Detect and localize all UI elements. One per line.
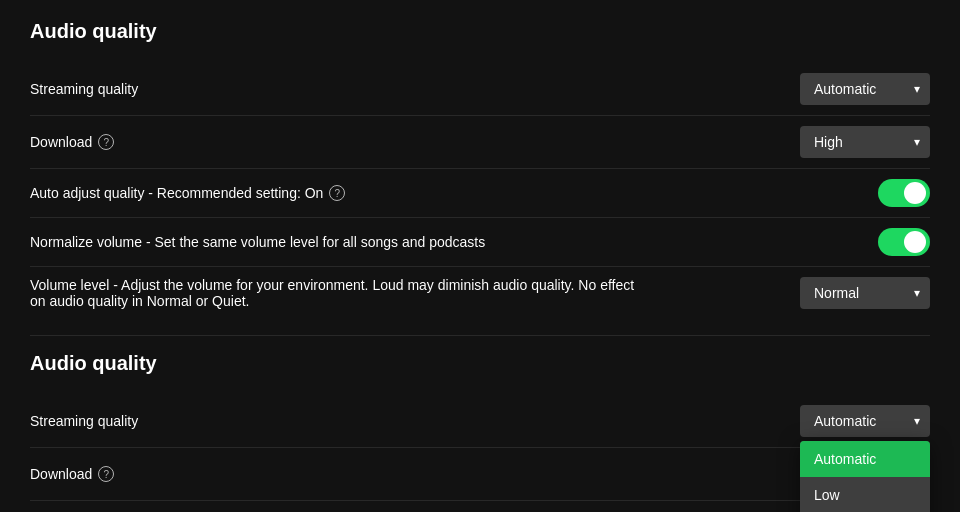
download-select-1[interactable]: Automatic Low Normal High Very high	[800, 126, 930, 158]
audio-quality-section-2: Audio quality Streaming quality Automati…	[30, 352, 930, 512]
download-row-2: Download ? Automatic Low Normal High Ver…	[30, 448, 930, 501]
normalize-slider-1	[878, 228, 930, 256]
section-2-title: Audio quality	[30, 352, 930, 375]
volume-level-row-1: Volume level - Adjust the volume for you…	[30, 267, 930, 319]
section-1-title: Audio quality	[30, 20, 930, 43]
streaming-quality-row-1: Streaming quality Automatic Low Normal H…	[30, 63, 930, 116]
streaming-quality-select-1[interactable]: Automatic Low Normal High Very high	[800, 73, 930, 105]
section-divider	[30, 335, 930, 336]
auto-adjust-toggle-1[interactable]	[878, 179, 930, 207]
settings-container: Audio quality Streaming quality Automati…	[0, 0, 960, 512]
dropdown-item-automatic[interactable]: Automatic	[800, 441, 930, 477]
auto-adjust-help-icon-1[interactable]: ?	[329, 185, 345, 201]
streaming-quality-label-1: Streaming quality	[30, 81, 138, 97]
normalize-toggle-1[interactable]	[878, 228, 930, 256]
streaming-quality-select-wrapper-2: Automatic Low Normal High Very high ▾	[800, 405, 930, 437]
streaming-quality-select-wrapper-1: Automatic Low Normal High Very high ▾	[800, 73, 930, 105]
streaming-quality-label-2: Streaming quality	[30, 413, 138, 429]
streaming-quality-select-container-2: Automatic Low Normal High Very high ▾ Au…	[800, 405, 930, 437]
volume-level-label-1: Volume level - Adjust the volume for you…	[30, 277, 650, 309]
dropdown-item-low[interactable]: Low	[800, 477, 930, 512]
streaming-quality-row-2: Streaming quality Automatic Low Normal H…	[30, 395, 930, 448]
volume-level-select-1[interactable]: Quiet Normal Loud	[800, 277, 930, 309]
volume-level-select-wrapper-1: Quiet Normal Loud ▾	[800, 277, 930, 309]
download-help-icon-2[interactable]: ?	[98, 466, 114, 482]
streaming-quality-dropdown-popup: Automatic Low Normal High Very high	[800, 441, 930, 512]
download-label-2: Download ?	[30, 466, 114, 482]
auto-adjust-slider-1	[878, 179, 930, 207]
auto-adjust-label-1: Auto adjust quality - Recommended settin…	[30, 185, 345, 201]
audio-quality-section-1: Audio quality Streaming quality Automati…	[30, 20, 930, 319]
auto-adjust-row-2: Auto adjust quality - Recommended settin…	[30, 501, 930, 512]
download-label-1: Download ?	[30, 134, 114, 150]
download-row-1: Download ? Automatic Low Normal High Ver…	[30, 116, 930, 169]
normalize-row-1: Normalize volume - Set the same volume l…	[30, 218, 930, 267]
normalize-label-1: Normalize volume - Set the same volume l…	[30, 234, 485, 250]
download-help-icon-1[interactable]: ?	[98, 134, 114, 150]
auto-adjust-row-1: Auto adjust quality - Recommended settin…	[30, 169, 930, 218]
download-select-wrapper-1: Automatic Low Normal High Very high ▾	[800, 126, 930, 158]
streaming-quality-select-2[interactable]: Automatic Low Normal High Very high	[800, 405, 930, 437]
